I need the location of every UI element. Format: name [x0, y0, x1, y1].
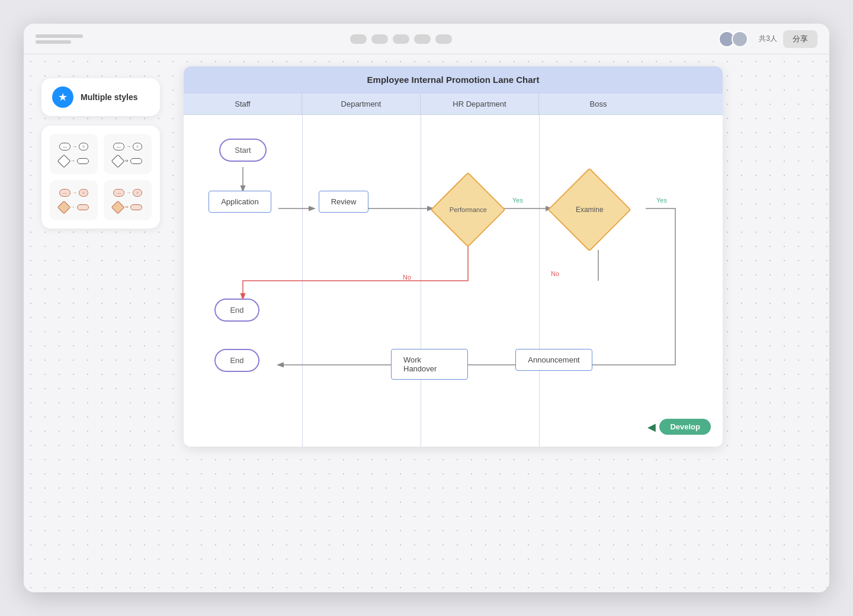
title-bar: 共3人 分享	[24, 24, 829, 54]
end2-label: End	[214, 349, 259, 372]
lane-hr: HR Department	[421, 94, 539, 114]
node-examine[interactable]: Examine	[551, 174, 628, 245]
multiple-styles-label: Multiple styles	[81, 92, 137, 102]
style-thumb-4[interactable]: — → = ⇒	[104, 180, 152, 220]
style-thumb-1[interactable]: — → = →	[50, 134, 98, 174]
avatar-group	[719, 31, 748, 47]
arrows-svg: Yes No Yes No	[184, 115, 723, 447]
lane-department: Department	[302, 94, 421, 114]
left-panel: ★ Multiple styles — → = →	[41, 78, 160, 229]
svg-text:No: No	[551, 270, 559, 277]
title-line-2	[36, 40, 71, 44]
diagram: Employee Internal Promotion Lane Chart S…	[184, 66, 723, 447]
node-end2[interactable]: End	[207, 349, 267, 372]
avatar-2	[732, 31, 748, 47]
toolbar-dot-1[interactable]	[350, 34, 367, 44]
announcement-label: Announcement	[515, 349, 592, 371]
style-thumb-2[interactable]: — → = ⇒	[104, 134, 152, 174]
lanes-header: Staff Department HR Department Boss	[184, 94, 723, 115]
svg-text:Yes: Yes	[512, 197, 523, 204]
examine-label: Examine	[576, 206, 604, 214]
diagram-header: Employee Internal Promotion Lane Chart	[184, 66, 723, 94]
divider-2	[421, 115, 421, 447]
lane-boss: Boss	[539, 94, 658, 114]
node-review[interactable]: Review	[314, 191, 373, 213]
review-label: Review	[319, 191, 369, 213]
user-count: 共3人	[759, 34, 777, 44]
svg-text:No: No	[403, 274, 411, 281]
performance-label: Performance	[450, 206, 487, 213]
node-start[interactable]: Start	[213, 139, 272, 162]
toolbar-dot-4[interactable]	[414, 34, 431, 44]
toolbar-dot-5[interactable]	[435, 34, 452, 44]
work-handover-label: Work Handover	[391, 349, 468, 380]
node-end1[interactable]: End	[207, 299, 267, 322]
toolbar-dot-3[interactable]	[393, 34, 409, 44]
toolbar	[83, 34, 719, 44]
canvas-area[interactable]: ★ Multiple styles — → = →	[24, 54, 829, 592]
node-application[interactable]: Application	[201, 191, 278, 213]
develop-tooltip[interactable]: ◀ Develop	[647, 419, 711, 435]
svg-text:Yes: Yes	[656, 197, 667, 204]
start-label: Start	[219, 139, 266, 162]
app-window: 共3人 分享 ★ Multiple styles — → =	[24, 24, 829, 592]
title-bar-left	[36, 34, 83, 44]
share-button[interactable]: 分享	[783, 30, 817, 48]
star-icon: ★	[52, 86, 73, 108]
style-grid: — → = → — →	[41, 126, 160, 229]
node-performance[interactable]: Performance	[432, 174, 504, 245]
title-bar-right: 共3人 分享	[719, 30, 817, 48]
node-work-handover[interactable]: Work Handover	[391, 349, 468, 380]
divider-1	[302, 115, 303, 447]
main-content: ★ Multiple styles — → = →	[24, 54, 829, 592]
end1-label: End	[214, 299, 259, 322]
multiple-styles-card[interactable]: ★ Multiple styles	[41, 78, 160, 116]
divider-3	[539, 115, 540, 447]
application-label: Application	[209, 191, 271, 213]
toolbar-dot-2[interactable]	[371, 34, 388, 44]
diagram-title: Employee Internal Promotion Lane Chart	[367, 75, 540, 85]
style-thumb-3[interactable]: — → = →	[50, 180, 98, 220]
node-announcement[interactable]: Announcement	[515, 349, 592, 371]
diagram-body: Yes No Yes No	[184, 115, 723, 447]
lane-staff: Staff	[184, 94, 302, 114]
develop-label: Develop	[659, 419, 711, 435]
title-line-1	[36, 34, 83, 38]
